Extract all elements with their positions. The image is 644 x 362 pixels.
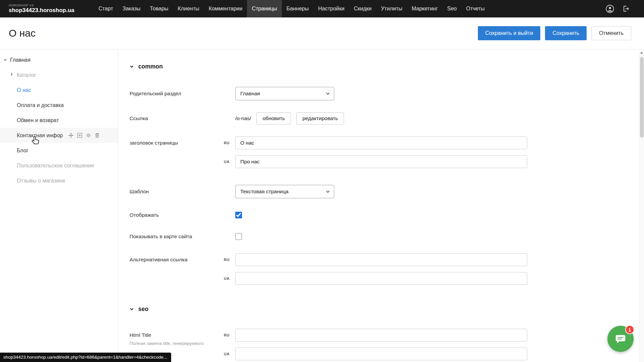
display-checkbox[interactable] [235, 212, 242, 218]
alt-link-input-ua[interactable] [235, 272, 527, 285]
nav-item-start[interactable]: Старт [94, 0, 118, 17]
display-row: Отображать [130, 212, 639, 218]
template-row: Шаблон Текстовая страница [130, 185, 639, 198]
nav-item-banners[interactable]: Баннеры [282, 0, 313, 17]
section-seo-toggle[interactable]: seo [130, 306, 639, 313]
sidebar-item-label: Отзывы о магазине [17, 178, 65, 184]
sidebar-item-payment-delivery[interactable]: Оплата и доставка [0, 98, 118, 113]
sidebar-item-exchange-return[interactable]: Обмен и возврат [0, 113, 118, 128]
sitemap-row: Показывать в карте сайта [130, 233, 639, 240]
parent-section-label: Родительский раздел [130, 91, 235, 97]
lang-ua-badge: UA [224, 352, 230, 356]
scrollbar-thumb[interactable] [640, 57, 644, 138]
html-title-input-ua[interactable] [235, 348, 527, 360]
lang-ru-badge: RU [224, 141, 230, 145]
parent-section-select[interactable]: Главная [235, 87, 334, 100]
sitemap-checkbox[interactable] [235, 233, 242, 240]
section-seo-label: seo [138, 306, 148, 313]
page-header: О нас Сохранить и выйти Сохранить Отмени… [0, 17, 644, 49]
chat-launcher-button[interactable]: 1 [607, 326, 634, 352]
nav-item-discounts[interactable]: Скидки [349, 0, 376, 17]
cancel-button[interactable]: Отменить [591, 26, 631, 40]
page-title-input-ru[interactable] [235, 137, 527, 149]
html-title-hint: Полная замена title, генерируемого [130, 341, 227, 346]
sitemap-label: Показывать в карте сайта [130, 234, 235, 240]
nav-item-products[interactable]: Товары [145, 0, 173, 17]
html-title-label: Html Title [130, 332, 235, 338]
nav-item-comments[interactable]: Комментарии [204, 0, 247, 17]
nav-item-reports[interactable]: Отчеты [461, 0, 489, 17]
nav-item-seo[interactable]: Seo [443, 0, 461, 17]
account-icon[interactable] [605, 4, 614, 13]
template-select[interactable]: Текстовая страница [235, 185, 334, 198]
page-title: О нас [9, 28, 478, 39]
sidebar-item-contact-info[interactable]: Контактная инфор [0, 128, 118, 143]
lang-ua-badge: UA [224, 160, 230, 164]
status-url-tooltip: shop34423.horoshop.ua/edit/edit.php?id=6… [0, 353, 171, 362]
sidebar-item-blog[interactable]: Блог [0, 143, 118, 158]
lang-ru-badge: RU [224, 258, 230, 262]
topbar: HOROSHOP V4 shop34423.horoshop.ua Старт … [0, 0, 644, 17]
sidebar-item-label: Пользовательское соглашение [17, 163, 94, 169]
save-button[interactable]: Сохранить [545, 26, 587, 40]
delete-trash-icon[interactable] [94, 133, 100, 138]
alt-link-row: Альтернативная ссылка RU UA [130, 253, 639, 285]
item-tools [68, 133, 100, 138]
alt-link-input-ru[interactable] [235, 253, 527, 266]
html-title-label-block: Html Title Полная замена title, генериру… [130, 329, 235, 346]
chat-unread-badge: 1 [625, 325, 634, 334]
chevron-down-icon [3, 58, 7, 62]
link-path-value: /o-nas/ [235, 115, 251, 121]
top-navigation: Старт Заказы Товары Клиенты Комментарии … [94, 0, 605, 17]
link-edit-button[interactable]: редактировать [296, 112, 344, 124]
html-title-row: Html Title Полная замена title, генериру… [130, 329, 639, 360]
template-label: Шаблон [130, 189, 235, 195]
sidebar-item-label: Главная [10, 57, 31, 63]
sidebar-item-label: О нас [17, 87, 31, 93]
section-common-toggle[interactable]: common [130, 63, 639, 70]
scroll-up-arrow[interactable] [640, 52, 643, 54]
settings-gear-icon[interactable] [86, 133, 91, 138]
vertical-scrollbar[interactable] [639, 50, 644, 362]
link-refresh-button[interactable]: обновить [256, 112, 291, 124]
drag-move-icon[interactable] [68, 133, 74, 138]
brand-domain: shop34423.horoshop.ua [9, 7, 75, 14]
page-title-row: заголовок страницы RU UA [130, 137, 639, 168]
sidebar-item-user-agreement[interactable]: Пользовательское соглашение [0, 158, 118, 173]
chevron-down-icon [130, 307, 134, 311]
sidebar-item-label: Каталог [17, 72, 36, 78]
nav-item-clients[interactable]: Клиенты [173, 0, 204, 17]
nav-item-orders[interactable]: Заказы [118, 0, 145, 17]
nav-item-pages[interactable]: Страницы [247, 0, 282, 17]
add-page-icon[interactable] [77, 133, 83, 138]
sidebar-item-label: Обмен и возврат [17, 117, 59, 123]
link-row: Ссылка /o-nas/ обновить редактировать [130, 112, 639, 124]
nav-item-utilities[interactable]: Утилиты [376, 0, 407, 17]
parent-section-row: Родительский раздел Главная [130, 87, 639, 100]
chevron-right-icon [10, 72, 13, 76]
chevron-down-icon [326, 92, 330, 95]
sidebar-item-home[interactable]: Главная [0, 52, 118, 67]
sidebar-item-store-reviews[interactable]: Отзывы о магазине [0, 173, 118, 188]
link-label: Ссылка [130, 115, 235, 121]
chevron-down-icon [130, 64, 134, 69]
page-title-label: заголовок страницы [130, 137, 235, 146]
sidebar-item-about[interactable]: О нас [0, 83, 118, 98]
page-edit-form: common Родительский раздел Главная Ссылк… [118, 50, 639, 362]
html-title-input-ru[interactable] [235, 329, 527, 342]
pages-tree-sidebar: Главная Каталог О нас Оплата и доставка … [0, 50, 118, 362]
sidebar-item-label: Блог [17, 148, 29, 154]
template-value: Текстовая страница [240, 189, 289, 195]
save-exit-button[interactable]: Сохранить и выйти [478, 26, 541, 40]
brand-logo[interactable]: HOROSHOP V4 shop34423.horoshop.ua [9, 4, 75, 14]
page-title-input-ua[interactable] [235, 155, 527, 168]
sidebar-item-catalog[interactable]: Каталог [0, 67, 118, 83]
lang-ua-badge: UA [224, 276, 230, 280]
lang-ru-badge: RU [224, 333, 230, 337]
nav-item-settings[interactable]: Настройки [313, 0, 349, 17]
logout-icon[interactable] [621, 4, 631, 13]
nav-item-marketing[interactable]: Маркетинг [407, 0, 443, 17]
alt-link-label: Альтернативная ссылка [130, 253, 235, 263]
chat-bubble-icon [614, 332, 627, 345]
chevron-down-icon [326, 190, 330, 193]
